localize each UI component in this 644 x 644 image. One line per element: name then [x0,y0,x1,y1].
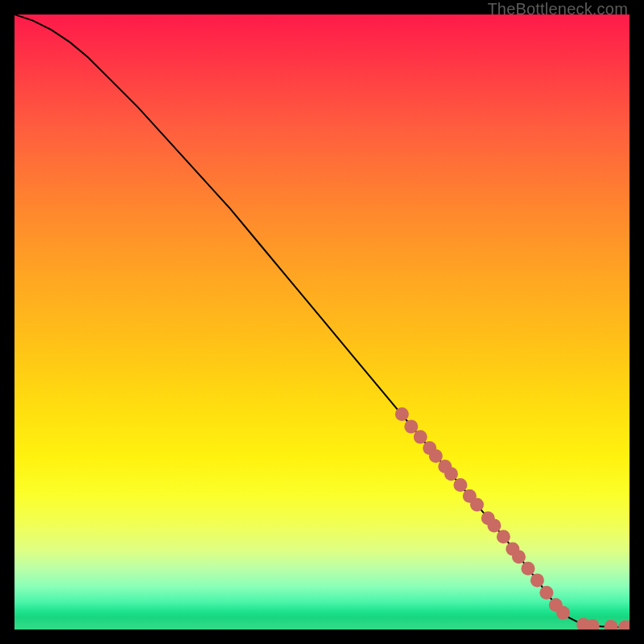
plot-area [14,14,630,630]
watermark-text: TheBottleneck.com [487,0,628,19]
chart-frame: TheBottleneck.com [0,0,644,644]
